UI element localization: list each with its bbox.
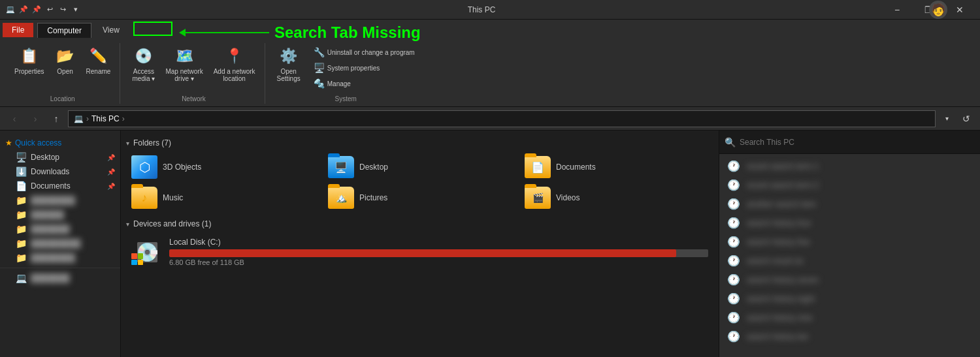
uninstall-button[interactable]: 🔧 Uninstall or change a program xyxy=(310,46,419,59)
search-bar: 🔍 xyxy=(719,131,980,154)
title-bar-icons: 💻 📌 📌 ↩ ↪ ▾ xyxy=(5,5,81,15)
add-location-label: Add a networklocation xyxy=(214,68,255,82)
history-item-3[interactable]: 🕐 another search item xyxy=(719,194,980,213)
minimize-button[interactable]: − xyxy=(882,0,912,20)
history-item-8[interactable]: 🕐 search history eight xyxy=(719,289,980,308)
documents-icon: 📄 xyxy=(16,181,27,191)
history-item-2[interactable]: 🕐 recent search term 2 xyxy=(719,176,980,194)
sidebar-item-blurred4[interactable]: 📁 █████████ xyxy=(0,236,120,251)
downloads-pin-icon: 📌 xyxy=(107,168,115,176)
windows-logo xyxy=(131,253,143,265)
drives-section-header: ▾ Devices and drives (1) xyxy=(126,219,713,228)
refresh-button[interactable]: ↺ xyxy=(958,110,975,127)
close-button[interactable]: ✕ xyxy=(945,0,975,20)
address-bar: ‹ › ↑ 💻 › This PC › ▾ ↺ xyxy=(0,107,980,131)
folder-item-3dobjects[interactable]: ⬡ 3D Objects xyxy=(126,153,320,181)
videos-folder-icon: 🎬 xyxy=(525,187,551,209)
system-properties-button[interactable]: 🖥️ System properties xyxy=(310,61,419,74)
history-item-7[interactable]: 🕐 search history seven xyxy=(719,270,980,289)
folder-item-desktop[interactable]: 🖥️ Desktop xyxy=(323,153,517,181)
sidebar-item-desktop[interactable]: 🖥️ Desktop 📌 xyxy=(0,150,120,164)
address-input[interactable]: 💻 › This PC › xyxy=(68,110,936,127)
folder-item-documents[interactable]: 📄 Documents xyxy=(519,153,713,181)
desktop-icon: 🖥️ xyxy=(16,152,27,163)
music-folder-bg: ♪ xyxy=(131,187,157,209)
pin-icon: 📌 xyxy=(31,5,42,15)
win-quad-1 xyxy=(131,253,137,259)
history-item-4[interactable]: 🕐 search history four xyxy=(719,213,980,232)
user-avatar: 🧑 xyxy=(929,1,947,19)
breadcrumb-this-pc: This PC xyxy=(91,114,120,123)
history-item-9[interactable]: 🕐 search history nine xyxy=(719,308,980,327)
documents-folder-icon: 📄 xyxy=(525,156,551,178)
breadcrumb: 💻 › This PC › xyxy=(74,114,125,123)
sidebar-item-blurred5[interactable]: 📁 ████████ xyxy=(0,251,120,265)
drive-c-name: Local Disk (C:) xyxy=(169,238,708,247)
drive-bar-background xyxy=(169,249,708,257)
history-icon-10: 🕐 xyxy=(727,330,740,343)
history-icon-2: 🕐 xyxy=(727,179,740,191)
drive-item-c[interactable]: 💽 Local Disk (C:) 6.80 GB free of 118 GB xyxy=(126,234,713,270)
sidebar: ★ Quick access 🖥️ Desktop 📌 ⬇️ Downloads… xyxy=(0,131,121,357)
title-bar-controls: − ❐ ✕ xyxy=(882,0,975,20)
sidebar-item-blurred3[interactable]: 📁 ███████ xyxy=(0,222,120,236)
up-button[interactable]: ↑ xyxy=(47,110,65,127)
network-buttons: 💿 Accessmedia ▾ 🗺️ Map networkdrive ▾ 📍 … xyxy=(128,44,259,84)
blurred4-icon: 📁 xyxy=(16,238,27,249)
history-text-1: recent search term 1 xyxy=(747,162,972,171)
manage-button[interactable]: 🔩 Manage xyxy=(310,77,419,90)
sidebar-divider xyxy=(0,268,120,268)
map-network-button[interactable]: 🗺️ Map networkdrive ▾ xyxy=(161,44,206,84)
pictures-folder-bg: 🏔️ xyxy=(328,187,354,209)
history-item-10[interactable]: 🕐 search history ten xyxy=(719,327,980,346)
history-text-2: recent search term 2 xyxy=(747,181,972,190)
back-button[interactable]: ‹ xyxy=(5,110,24,127)
folder-item-videos[interactable]: 🎬 Videos xyxy=(519,184,713,211)
sidebar-item-blurred1[interactable]: 📁 ████████ xyxy=(0,193,120,208)
blurred6-icon: 💻 xyxy=(16,273,27,283)
access-media-button[interactable]: 💿 Accessmedia ▾ xyxy=(128,44,159,84)
documents-pin-icon: 📌 xyxy=(107,183,115,190)
sidebar-blurred1-label: ████████ xyxy=(31,196,75,205)
app-icon: 💻 xyxy=(5,5,16,15)
forward-button[interactable]: › xyxy=(26,110,44,127)
sidebar-item-downloads[interactable]: ⬇️ Downloads 📌 xyxy=(0,164,120,179)
folder-item-pictures[interactable]: 🏔️ Pictures xyxy=(323,184,517,211)
music-label: Music xyxy=(163,193,183,202)
uninstall-icon: 🔧 xyxy=(314,47,325,57)
sidebar-item-documents[interactable]: 📄 Documents 📌 xyxy=(0,179,120,193)
tab-file[interactable]: File xyxy=(3,23,33,37)
open-settings-button[interactable]: ⚙️ OpenSettings xyxy=(273,44,304,84)
documents-folder-bg: 📄 xyxy=(525,156,551,178)
map-network-icon: 🗺️ xyxy=(174,46,195,67)
address-dropdown-button[interactable]: ▾ xyxy=(938,110,955,127)
sidebar-blurred4-label: █████████ xyxy=(31,239,81,248)
manage-icon: 🔩 xyxy=(314,78,325,89)
system-group-label: System xyxy=(335,93,356,102)
drive-bar-fill xyxy=(169,249,676,257)
quick-access-header[interactable]: ★ Quick access xyxy=(0,136,120,150)
drive-c-info: Local Disk (C:) 6.80 GB free of 118 GB xyxy=(169,238,708,266)
search-input[interactable] xyxy=(740,138,975,147)
history-icon-1: 🕐 xyxy=(727,160,740,172)
folder-item-music[interactable]: ♪ Music xyxy=(126,184,320,211)
win-quad-4 xyxy=(138,260,144,266)
3dobjects-label: 3D Objects xyxy=(163,163,201,172)
tab-view[interactable]: View xyxy=(93,22,129,38)
tab-computer[interactable]: Computer xyxy=(37,23,91,38)
ribbon-tabs: File Computer View xyxy=(0,20,980,40)
drives-chevron[interactable]: ▾ xyxy=(126,221,129,228)
rename-button[interactable]: ✏️ Rename xyxy=(82,44,115,76)
sidebar-item-blurred6[interactable]: 💻 ███████ xyxy=(0,271,120,285)
history-icon-9: 🕐 xyxy=(727,311,740,324)
history-item-1[interactable]: 🕐 recent search term 1 xyxy=(719,157,980,176)
history-item-6[interactable]: 🕐 search result six xyxy=(719,251,980,270)
open-button[interactable]: 📂 Open xyxy=(51,44,80,76)
history-item-5[interactable]: 🕐 search history five xyxy=(719,232,980,251)
sidebar-item-blurred2[interactable]: 📁 ██████ xyxy=(0,208,120,222)
window-title: This PC xyxy=(81,5,882,14)
add-location-button[interactable]: 📍 Add a networklocation xyxy=(210,44,259,84)
search-history: 🕐 recent search term 1 🕐 recent search t… xyxy=(719,154,980,349)
properties-button[interactable]: 📋 Properties xyxy=(10,44,48,76)
folders-chevron[interactable]: ▾ xyxy=(126,140,129,147)
